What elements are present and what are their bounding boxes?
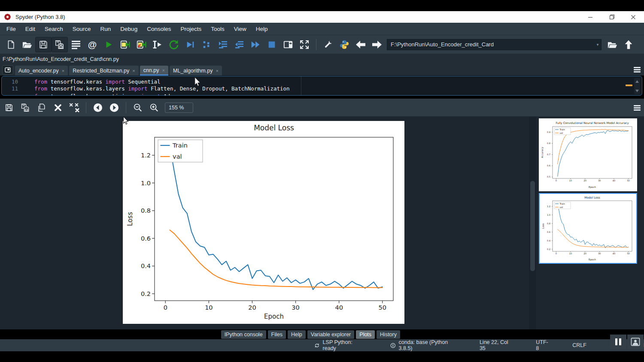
- remove-all-icon: [69, 103, 80, 113]
- zoom-out-button[interactable]: [130, 100, 146, 115]
- step-return-button[interactable]: [231, 37, 247, 52]
- remove-plot-button[interactable]: [50, 100, 66, 115]
- tab-close-icon[interactable]: ×: [62, 68, 64, 73]
- open-directory-button[interactable]: [604, 37, 620, 52]
- menu-file[interactable]: File: [2, 23, 21, 35]
- webcam-overlay-button[interactable]: [627, 335, 644, 349]
- eol-status: CRLF: [572, 342, 586, 348]
- svg-text:10: 10: [569, 252, 572, 255]
- working-directory-input[interactable]: [387, 41, 594, 48]
- menu-view[interactable]: View: [229, 23, 251, 35]
- run-cell-advance-button[interactable]: [133, 37, 149, 52]
- plot-thumbnails-panel: Fully Convolutional Neural Network Model…: [536, 117, 644, 329]
- menu-run[interactable]: Run: [96, 23, 116, 35]
- forward-button[interactable]: [369, 37, 385, 52]
- scroll-up-icon[interactable]: [635, 80, 639, 83]
- preferences-button[interactable]: [320, 37, 336, 52]
- remove-all-plots-button[interactable]: [66, 100, 82, 115]
- next-plot-button[interactable]: [106, 100, 122, 115]
- continue-button[interactable]: [247, 37, 264, 52]
- run-selection-button[interactable]: [149, 37, 166, 52]
- tab-close-icon[interactable]: ×: [162, 68, 165, 73]
- zoom-level-input[interactable]: [165, 104, 193, 111]
- outline-explorer-button[interactable]: [68, 37, 84, 52]
- menu-edit[interactable]: Edit: [21, 23, 40, 35]
- accuracy-thumbnail-chart: Fully Convolutional Neural Network Model…: [539, 119, 636, 190]
- tab-close-icon[interactable]: ×: [132, 68, 135, 73]
- editor-options-menu-button[interactable]: [634, 67, 641, 72]
- svg-text:Accuracy: Accuracy: [541, 147, 544, 158]
- plots-options-menu-button[interactable]: [634, 105, 641, 111]
- find-symbols-button[interactable]: @: [84, 37, 100, 52]
- maximize-pane-button[interactable]: [280, 37, 296, 52]
- back-button[interactable]: [352, 37, 369, 52]
- thumbnail-loss-plot-selected[interactable]: Model Loss010203040500.20.40.60.81.01.2E…: [539, 193, 637, 264]
- tab-plots[interactable]: Plots: [356, 330, 375, 339]
- menu-tools[interactable]: Tools: [206, 23, 229, 35]
- line-number: 10: [2, 78, 24, 85]
- stop-button[interactable]: [264, 37, 280, 52]
- zoom-in-button[interactable]: [146, 100, 162, 115]
- zoom-in-icon: [149, 103, 159, 112]
- tab-help[interactable]: Help: [288, 330, 306, 339]
- close-button[interactable]: [623, 11, 644, 23]
- menu-projects[interactable]: Projects: [176, 23, 206, 35]
- scrollbar-thumb[interactable]: [530, 181, 535, 271]
- menu-debug[interactable]: Debug: [115, 23, 142, 35]
- menu-consoles[interactable]: Consoles: [142, 23, 176, 35]
- new-file-button[interactable]: [3, 37, 19, 52]
- browse-tabs-icon: [5, 67, 11, 72]
- tab-ml-algorithm[interactable]: ML_algorithm.py×: [170, 66, 222, 75]
- browse-tabs-button[interactable]: [2, 65, 13, 75]
- tab-restricted-boltzman[interactable]: Restricted_Boltzman.py×: [69, 66, 138, 75]
- tab-variable-explorer[interactable]: Variable explorer: [307, 330, 355, 339]
- pause-overlay-button[interactable]: [610, 335, 626, 349]
- window-controls: [580, 11, 644, 23]
- tab-ipython-console[interactable]: IPython console: [221, 330, 266, 339]
- svg-text:1.0: 1.0: [141, 180, 151, 187]
- menu-search[interactable]: Search: [40, 23, 68, 35]
- svg-text:Train: Train: [559, 128, 565, 131]
- step-over-icon: [218, 40, 228, 49]
- copy-plot-button[interactable]: [33, 100, 50, 115]
- conda-icon: [390, 342, 396, 349]
- open-file-button[interactable]: [19, 37, 35, 52]
- editor-scrollbar[interactable]: [634, 78, 640, 94]
- minimize-button[interactable]: [580, 11, 601, 23]
- svg-text:0.8: 0.8: [547, 142, 550, 145]
- rerun-cell-button[interactable]: [166, 37, 182, 52]
- save-all-icon: [55, 39, 65, 50]
- tab-history[interactable]: History: [377, 330, 400, 339]
- spyder-logo-icon: [4, 13, 11, 21]
- scroll-down-icon[interactable]: [635, 90, 639, 92]
- save-button[interactable]: [35, 37, 52, 52]
- python-path-manager-button[interactable]: [336, 37, 352, 52]
- tab-close-icon[interactable]: ×: [216, 68, 218, 73]
- svg-text:40: 40: [613, 179, 615, 182]
- debug-file-button[interactable]: [182, 37, 198, 52]
- up-arrow-icon: [624, 39, 633, 50]
- tab-auto-encoder[interactable]: Auto_encoder.py×: [15, 66, 68, 75]
- step-over-button[interactable]: [215, 37, 231, 52]
- plots-vertical-scrollbar[interactable]: [529, 117, 536, 329]
- save-plot-button[interactable]: [1, 100, 17, 115]
- menu-bar: File Edit Search Source Run Debug Consol…: [0, 23, 644, 35]
- chevron-down-icon[interactable]: ▾: [594, 42, 601, 47]
- thumbnail-accuracy-plot[interactable]: Fully Convolutional Neural Network Model…: [539, 118, 637, 191]
- save-all-plots-button[interactable]: [17, 100, 33, 115]
- restore-button[interactable]: [601, 11, 623, 23]
- tab-cnn[interactable]: cnn.py×: [140, 66, 168, 75]
- conda-status[interactable]: conda: base (Python 3.8.5): [390, 339, 453, 351]
- menu-help[interactable]: Help: [251, 23, 273, 35]
- tab-label: Auto_encoder.py: [18, 68, 59, 74]
- save-all-button[interactable]: [52, 37, 68, 52]
- fullscreen-button[interactable]: [296, 37, 313, 52]
- debug-step-button[interactable]: [198, 37, 215, 52]
- previous-plot-button[interactable]: [90, 100, 106, 115]
- run-file-button[interactable]: [100, 37, 117, 52]
- parent-directory-button[interactable]: [620, 37, 637, 52]
- run-cell-button[interactable]: [117, 37, 133, 52]
- tab-files[interactable]: Files: [268, 330, 286, 339]
- code-editor[interactable]: 10from tensorflow.keras import Sequentia…: [1, 76, 642, 96]
- menu-source[interactable]: Source: [68, 23, 96, 35]
